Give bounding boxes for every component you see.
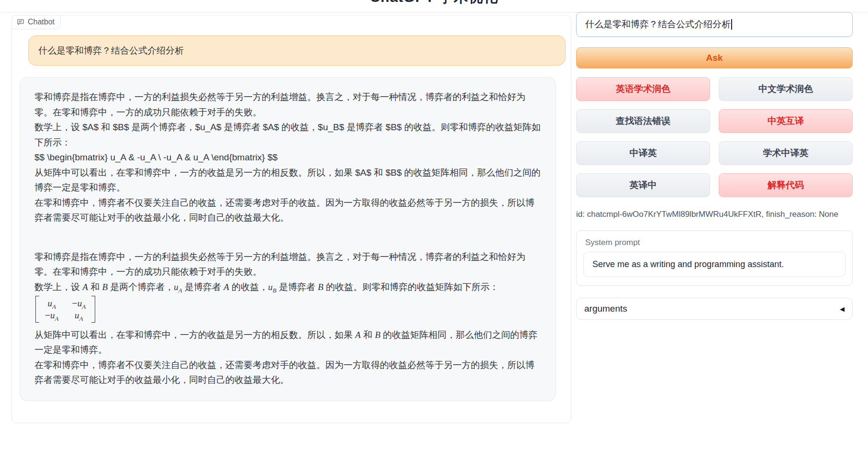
answer-gap — [34, 225, 541, 249]
chat-bubble-icon — [17, 18, 24, 26]
academic-zh-to-en-button[interactable]: 学术中译英 — [719, 141, 853, 165]
chatbot-label-text: Chatbot — [28, 18, 55, 26]
arguments-accordion[interactable]: arguments ◀ — [576, 298, 853, 320]
bot-rendered-paragraph-4: 从矩阵中可以看出，在零和博弈中，一方的收益是另一方的相反数。所以，如果 A 和 … — [34, 327, 541, 358]
matrix-left-bracket — [35, 296, 39, 323]
bot-rendered-paragraph-1: 零和博弈是指在博弈中，一方的利益损失必然等于另一方的利益增益。换言之，对于每一种… — [34, 249, 541, 280]
question-input-value: 什么是零和博弈？结合公式介绍分析 — [585, 18, 731, 31]
control-column: 什么是零和博弈？结合公式介绍分析 Ask 英语学术润色中文学术润色查找语法错误中… — [576, 12, 853, 37]
bot-rendered-paragraph-5: 在零和博弈中，博弈者不仅要关注自己的收益，还需要考虑对手的收益。因为一方取得的收… — [34, 358, 541, 388]
bot-raw-paragraph-1: 零和博弈是指在博弈中，一方的利益损失必然等于另一方的利益增益。换言之，对于每一种… — [34, 90, 541, 120]
bot-raw-paragraph-5: 在零和博弈中，博弈者不仅要关注自己的收益，还需要考虑对手的收益。因为一方取得的收… — [34, 195, 541, 225]
user-message-bubble: 什么是零和博弈？结合公式介绍分析 — [28, 35, 566, 66]
system-prompt-value: Serve me as a writing and programming as… — [592, 259, 784, 269]
accordion-collapse-icon: ◀ — [840, 305, 845, 313]
ask-button[interactable]: Ask — [576, 47, 853, 68]
payoff-matrix: uA−uA−uAuA — [35, 296, 95, 323]
system-prompt-card: System prompt Serve me as a writing and … — [576, 230, 853, 286]
system-prompt-input[interactable]: Serve me as a writing and programming as… — [583, 252, 846, 277]
bot-raw-paragraph-4: 从矩阵中可以看出，在零和博弈中，一方的收益是另一方的相反数。所以，如果 $A$ … — [34, 165, 541, 195]
text-caret — [731, 19, 732, 30]
question-input[interactable]: 什么是零和博弈？结合公式介绍分析 — [576, 12, 853, 37]
quick-buttons-grid: 英语学术润色中文学术润色查找语法错误中英互译中译英学术中译英英译中解释代码 — [576, 77, 853, 197]
bot-raw-latex-formula: $$ \begin{bmatrix} u_A & -u_A \ -u_A & u… — [34, 150, 541, 165]
zh-en-mutual-translation-button[interactable]: 中英互译 — [719, 109, 853, 133]
user-message-text: 什么是零和博弈？结合公式介绍分析 — [38, 45, 184, 57]
find-grammar-errors-button[interactable]: 查找语法错误 — [576, 109, 710, 133]
bot-message-bubble: 零和博弈是指在博弈中，一方的利益损失必然等于另一方的利益增益。换言之，对于每一种… — [20, 77, 556, 401]
english-academic-polish-button[interactable]: 英语学术润色 — [576, 77, 710, 101]
page-title: ChatGPT 学术优化 — [0, 0, 868, 7]
chatbot-panel: Chatbot 什么是零和博弈？结合公式介绍分析 零和博弈是指在博弈中，一方的利… — [11, 15, 571, 423]
bot-raw-paragraph-2: 数学上，设 $A$ 和 $B$ 是两个博弈者，$u_A$ 是博弈者 $A$ 的收… — [34, 120, 541, 150]
matrix-right-bracket — [91, 296, 95, 323]
bot-rendered-paragraph-2: 数学上，设 A 和 B 是两个博弈者，uA 是博弈者 A 的收益，uB 是博弈者… — [34, 280, 541, 295]
page: ChatGPT 学术优化 Chatbot 什么是零和博弈？结合公式介绍分析 零和… — [0, 0, 868, 460]
arguments-accordion-label: arguments — [584, 303, 627, 314]
matrix-cells: uA−uA−uAuA — [39, 296, 91, 323]
status-line: id: chatcmpl-6wOo7KrYTwMl89lbrMWRu4UkFFX… — [576, 210, 853, 219]
en-to-zh-button[interactable]: 英译中 — [576, 173, 710, 197]
zh-to-en-button[interactable]: 中译英 — [576, 141, 710, 165]
system-prompt-label: System prompt — [585, 238, 846, 247]
chinese-academic-polish-button[interactable]: 中文学术润色 — [719, 77, 853, 101]
explain-code-button[interactable]: 解释代码 — [719, 173, 853, 197]
chatbot-label: Chatbot — [11, 15, 61, 29]
